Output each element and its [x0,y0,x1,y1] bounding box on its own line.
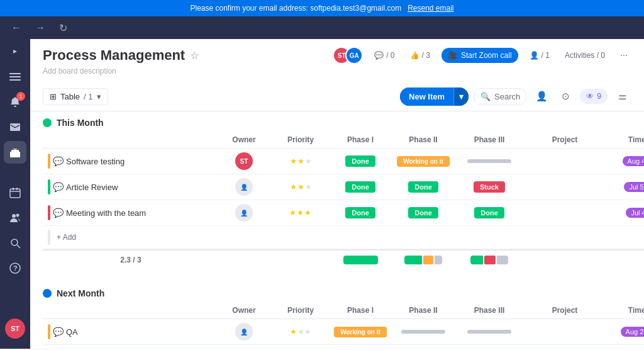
owner-avatar[interactable]: ST [235,152,253,170]
person-filter-btn[interactable]: 👤 [532,87,551,106]
back-button[interactable]: ← [8,21,25,35]
table-cell-phase3[interactable] [458,345,521,349]
group-next-month: Next Month Owner Priority Phase I Phase … [43,282,631,349]
activities-btn[interactable]: Activities / 0 [561,48,609,62]
col-header-phase2: Phase II [389,302,458,319]
sidebar-icon-people[interactable] [4,206,26,229]
avatar-group: ST GA [333,47,363,64]
table-cell-phase3[interactable]: Stuck [458,174,521,200]
forward-button[interactable]: → [31,21,49,35]
zoom-icon: 🎥 [448,51,457,60]
table-cell-project [521,345,609,349]
sidebar-icon-inbox[interactable] [4,116,26,138]
owner-avatar-empty[interactable]: 👤 [235,178,253,196]
view-options-btn[interactable]: ⊙ [556,87,575,106]
table-grid-this-month: Owner Priority Phase I Phase II Phase II… [43,132,631,269]
table-cell-phase3[interactable] [458,319,521,345]
svg-text:?: ? [13,264,18,272]
col-header-timeline: Timeline [609,132,644,149]
item-comment-icon[interactable]: 💬 [53,327,64,337]
add-item-row[interactable]: + Add [43,226,219,249]
table-cell-phase1[interactable]: Done [332,149,389,174]
refresh-button[interactable]: ↻ [55,21,71,35]
table-row: 💬 Software testing [43,149,219,174]
table-cell-owner: ST [219,149,269,174]
avatar-ga[interactable]: GA [345,47,363,64]
sidebar-icon-notifications[interactable]: 1 [4,91,26,113]
table-cell-phase1[interactable]: Stuck [332,345,389,349]
sidebar-icon-menu[interactable] [4,65,26,88]
sidebar-icon-calendar[interactable] [4,181,26,204]
svg-rect-7 [16,188,18,190]
svg-rect-4 [11,150,19,152]
table-cell-owner: 👤 [219,174,269,200]
item-name: Article Review [66,183,118,192]
table-cell-phase3[interactable]: Done [458,200,521,226]
table-cell-project [521,174,609,200]
table-cell-phase3[interactable] [458,149,521,174]
filter-btn[interactable]: ⚌ [613,87,631,106]
table-cell-phase2[interactable]: Working on it [389,149,458,174]
table-view-btn[interactable]: ⊞ Table / 1 ▾ [43,88,108,105]
group-dot-this-month[interactable] [43,118,52,127]
notification-badge: 1 [16,92,25,101]
col-header-phase3: Phase III [458,132,521,149]
col-header-phase1: Phase I [332,302,389,319]
star-icon[interactable]: ☆ [190,50,199,62]
col-header-priority: Priority [269,302,332,319]
resend-email-link[interactable]: Resend email [408,4,453,13]
zoom-call-btn[interactable]: 🎥 Start Zoom call [441,48,518,63]
sidebar-expand-btn[interactable]: ▸ [11,44,19,58]
col-header-phase2: Phase II [389,132,458,149]
user-avatar[interactable]: ST [5,319,25,339]
table-cell-project [521,319,609,345]
summary-phase3 [458,249,521,269]
sidebar-icon-gift[interactable] [4,141,26,164]
summary-cell-label: 2.3 / 3 [43,249,219,269]
more-options-btn[interactable]: ⋯ [616,48,631,62]
new-item-button[interactable]: New Item ▾ [400,88,469,106]
table-cell-timeline: Jul 5 - 15 [609,174,644,200]
item-name: QA [66,327,78,337]
collab-icon: 👁 [586,92,594,101]
table-cell-phase2[interactable] [389,319,458,345]
collaborators-btn[interactable]: 👁 9 [580,89,608,104]
table-cell-priority: ★★★ [269,174,332,200]
table-cell-project [521,200,609,226]
confirm-message: Please confirm your email address: softp… [190,4,401,13]
svg-rect-1 [9,76,21,77]
search-btn[interactable]: 🔍 Search [474,88,527,105]
svg-point-10 [11,239,18,246]
table-cell-phase1[interactable]: Done [332,200,389,226]
table-cell-phase2[interactable]: Done [389,200,458,226]
item-comment-icon[interactable]: 💬 [53,208,64,218]
board-description[interactable]: Add board description [43,67,631,82]
likes-count-btn[interactable]: 👍 / 3 [406,48,434,62]
item-comment-icon[interactable]: 💬 [53,182,64,192]
svg-rect-3 [10,152,20,157]
sidebar-icon-search[interactable] [4,232,26,254]
table-cell-priority: ★★★ [269,149,332,174]
col-header-owner: Owner [219,302,269,319]
group-dot-next-month[interactable] [43,289,52,298]
table-cell-phase2[interactable] [389,345,458,349]
sidebar-icon-help[interactable]: ? [4,257,26,279]
members-icon: 👤 [530,51,539,60]
search-icon: 🔍 [480,92,491,101]
table-cell-phase2[interactable]: Done [389,174,458,200]
table-cell-phase1[interactable]: Done [332,174,389,200]
table-cell-phase1[interactable]: Working on it [332,319,389,345]
svg-rect-6 [13,188,14,190]
owner-avatar-empty[interactable]: 👤 [235,323,253,341]
comment-count-btn[interactable]: 💬 / 0 [370,48,398,62]
item-comment-icon[interactable]: 💬 [53,156,64,166]
table-cell-project [521,149,609,174]
col-header-owner: Owner [219,132,269,149]
thumbsup-icon: 👍 [410,51,419,60]
col-header-phase1: Phase I [332,132,389,149]
members-btn[interactable]: 👤 / 1 [526,48,553,62]
owner-avatar-empty[interactable]: 👤 [235,204,253,222]
item-name: Meeting with the team [66,208,146,218]
table-icon: ⊞ [50,92,57,101]
table-cell-priority: ★★★ [269,319,332,345]
